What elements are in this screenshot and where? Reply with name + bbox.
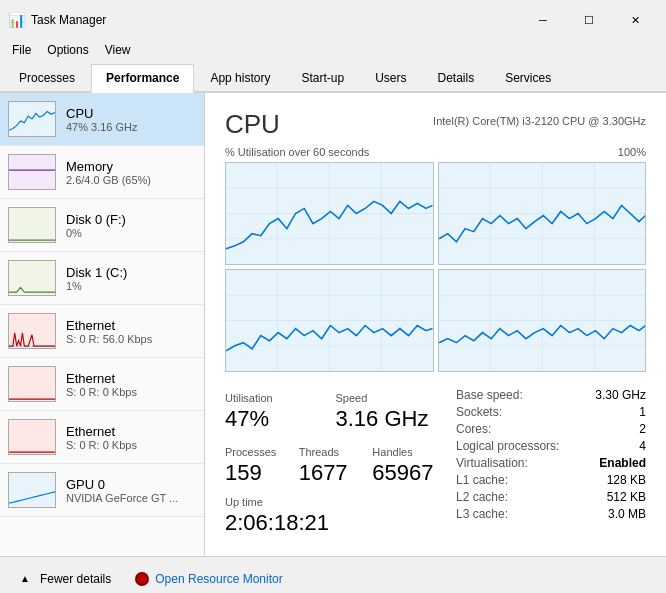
eth3-stat: S: 0 R: 0 Kbps — [66, 439, 198, 451]
disk0-label: Disk 0 (F:) — [66, 212, 198, 227]
cpu-stat: 47% 3.16 GHz — [66, 121, 198, 133]
cpu-chart-3 — [438, 269, 647, 372]
tab-performance[interactable]: Performance — [91, 64, 194, 93]
eth3-mini-graph — [8, 419, 56, 455]
disk1-stat: 1% — [66, 280, 198, 292]
maximize-button[interactable]: ☐ — [566, 6, 612, 34]
app-icon: 📊 — [8, 12, 25, 28]
sidebar-item-cpu[interactable]: CPU 47% 3.16 GHz — [0, 93, 204, 146]
sidebar-item-ethernet2[interactable]: Ethernet S: 0 R: 0 Kbps — [0, 358, 204, 411]
right-stat-basespeed: Base speed: 3.30 GHz — [456, 388, 646, 402]
close-button[interactable]: ✕ — [612, 6, 658, 34]
footer: ▲ Fewer details Open Resource Monitor — [0, 556, 666, 593]
cpu-label: CPU — [66, 106, 198, 121]
eth3-info: Ethernet S: 0 R: 0 Kbps — [66, 424, 198, 451]
right-stats-panel: Base speed: 3.30 GHz Sockets: 1 Cores: 2… — [446, 388, 646, 546]
svg-rect-1 — [9, 155, 55, 189]
sidebar-item-ethernet3[interactable]: Ethernet S: 0 R: 0 Kbps — [0, 411, 204, 464]
disk0-stat: 0% — [66, 227, 198, 239]
minimize-button[interactable]: ─ — [520, 6, 566, 34]
disk1-info: Disk 1 (C:) 1% — [66, 265, 198, 292]
right-stat-cores: Cores: 2 — [456, 422, 646, 436]
tab-users[interactable]: Users — [360, 64, 421, 91]
virt-value: Enabled — [599, 456, 646, 470]
svg-rect-2 — [9, 208, 55, 242]
sidebar-item-memory[interactable]: Memory 2.6/4.0 GB (65%) — [0, 146, 204, 199]
chart-max-label: 100% — [618, 146, 646, 158]
svg-rect-5 — [9, 367, 55, 401]
memory-mini-graph — [8, 154, 56, 190]
stats-row2: Processes 159 Threads 1677 Handles 65967 — [225, 442, 446, 486]
tab-processes[interactable]: Processes — [4, 64, 90, 91]
right-stat-l2: L2 cache: 512 KB — [456, 490, 646, 504]
right-stat-virt: Virtualisation: Enabled — [456, 456, 646, 470]
uptime-label: Up time — [225, 496, 446, 508]
chart-label-row: % Utilisation over 60 seconds 100% — [225, 146, 646, 158]
cpu-mini-graph — [8, 101, 56, 137]
memory-label: Memory — [66, 159, 198, 174]
main-content: CPU 47% 3.16 GHz Memory 2.6/4.0 GB (65%) — [0, 93, 666, 556]
resource-monitor-link[interactable]: Open Resource Monitor — [155, 572, 282, 586]
threads-value: 1677 — [299, 460, 373, 486]
eth1-stat: S: 0 R: 56.0 Kbps — [66, 333, 198, 345]
memory-info: Memory 2.6/4.0 GB (65%) — [66, 159, 198, 186]
disk1-label: Disk 1 (C:) — [66, 265, 198, 280]
eth2-label: Ethernet — [66, 371, 198, 386]
processes-label: Processes — [225, 446, 299, 458]
eth3-label: Ethernet — [66, 424, 198, 439]
window-controls: ─ ☐ ✕ — [520, 6, 658, 34]
chevron-up-icon: ▲ — [20, 573, 30, 584]
l1-label: L1 cache: — [456, 473, 508, 487]
menu-view[interactable]: View — [97, 40, 139, 60]
logical-value: 4 — [639, 439, 646, 453]
basespeed-label: Base speed: — [456, 388, 523, 402]
menu-options[interactable]: Options — [39, 40, 96, 60]
stats-row1: Utilisation 47% Speed 3.16 GHz — [225, 388, 446, 432]
disk0-mini-graph — [8, 207, 56, 243]
svg-rect-3 — [9, 261, 55, 295]
sidebar-item-ethernet1[interactable]: Ethernet S: 0 R: 56.0 Kbps — [0, 305, 204, 358]
fewer-details-label: Fewer details — [40, 572, 111, 586]
eth1-label: Ethernet — [66, 318, 198, 333]
sidebar-item-gpu[interactable]: GPU 0 NVIDIA GeForce GT ... — [0, 464, 204, 517]
cpu-chart-2 — [225, 269, 434, 372]
app-title: Task Manager — [31, 13, 106, 27]
fewer-details-button[interactable]: ▲ Fewer details — [12, 568, 119, 590]
sidebar-item-disk1[interactable]: Disk 1 (C:) 1% — [0, 252, 204, 305]
gpu-stat: NVIDIA GeForce GT ... — [66, 492, 198, 504]
cores-label: Cores: — [456, 422, 491, 436]
threads-stat: Threads 1677 — [299, 442, 373, 486]
detail-title: CPU — [225, 109, 280, 140]
gpu-label: GPU 0 — [66, 477, 198, 492]
detail-header: CPU Intel(R) Core(TM) i3-2120 CPU @ 3.30… — [225, 109, 646, 140]
speed-label: Speed — [336, 392, 447, 404]
right-stat-sockets: Sockets: 1 — [456, 405, 646, 419]
menu-file[interactable]: File — [4, 40, 39, 60]
eth2-info: Ethernet S: 0 R: 0 Kbps — [66, 371, 198, 398]
l2-value: 512 KB — [607, 490, 646, 504]
processes-value: 159 — [225, 460, 299, 486]
tab-services[interactable]: Services — [490, 64, 566, 91]
tab-startup[interactable]: Start-up — [286, 64, 359, 91]
l2-label: L2 cache: — [456, 490, 508, 504]
sockets-value: 1 — [639, 405, 646, 419]
l1-value: 128 KB — [607, 473, 646, 487]
basespeed-value: 3.30 GHz — [595, 388, 646, 402]
handles-stat: Handles 65967 — [372, 442, 446, 486]
resource-monitor-link-container: Open Resource Monitor — [135, 572, 282, 586]
sidebar-item-disk0[interactable]: Disk 0 (F:) 0% — [0, 199, 204, 252]
processes-stat: Processes 159 — [225, 442, 299, 486]
svg-rect-6 — [9, 420, 55, 454]
eth1-info: Ethernet S: 0 R: 56.0 Kbps — [66, 318, 198, 345]
right-stat-logical: Logical processors: 4 — [456, 439, 646, 453]
eth2-stat: S: 0 R: 0 Kbps — [66, 386, 198, 398]
sidebar: CPU 47% 3.16 GHz Memory 2.6/4.0 GB (65%) — [0, 93, 205, 556]
cpu-charts-grid — [225, 162, 646, 372]
tab-details[interactable]: Details — [422, 64, 489, 91]
cpu-chart-1 — [438, 162, 647, 265]
title-bar: 📊 Task Manager ─ ☐ ✕ — [0, 0, 666, 38]
right-stat-l1: L1 cache: 128 KB — [456, 473, 646, 487]
tab-app-history[interactable]: App history — [195, 64, 285, 91]
virt-label: Virtualisation: — [456, 456, 528, 470]
eth2-mini-graph — [8, 366, 56, 402]
